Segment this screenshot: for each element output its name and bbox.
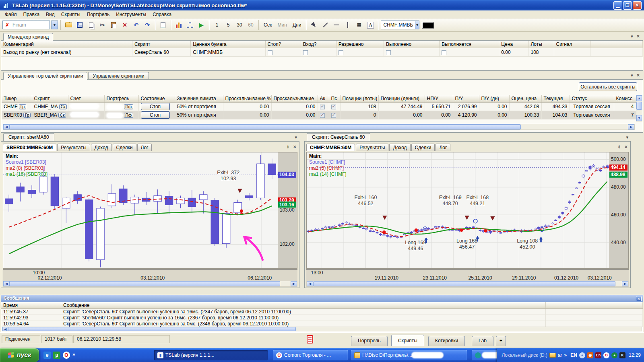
broker-combo-arrow[interactable]: ▼ [51,21,58,29]
col-header[interactable]: Время [1,302,61,309]
hscroll-thumb[interactable] [313,281,615,286]
tab-command-manager[interactable]: Менеджер команд [3,33,53,41]
chart-button[interactable] [173,20,184,30]
band-overflow-chevron[interactable]: » [564,352,567,358]
minimize-button[interactable]: ▁ [613,1,622,10]
instrument-combo[interactable]: CHMF:ММВБ▼ [381,21,419,29]
tab-Сделки[interactable]: Сделки [411,144,435,151]
col-header[interactable]: Статус [570,95,614,103]
message-row[interactable]: 10:59:54.64Скрипт: 'СеверСталь 60' Скрип… [1,321,643,327]
dock-icon[interactable]: ▾ [295,135,297,140]
hide-icons-chevron[interactable]: « [579,352,585,358]
tab-Доход[interactable]: Доход [91,144,112,151]
checkbox[interactable] [268,50,272,55]
workspace-tab-+[interactable]: + [496,336,506,346]
folder-band-icon[interactable] [549,353,556,358]
sber-panel-tab[interactable]: Скрипт: sberMA60 [3,133,54,141]
ak-checkbox[interactable] [320,113,325,118]
run-button[interactable]: ▶ [196,20,206,30]
workspace-tab-Котировки[interactable]: Котировки [428,336,465,346]
checkbox[interactable] [442,50,446,55]
period-Мин-button[interactable]: Мин [275,20,289,30]
menu-Вид[interactable]: Вид [43,11,58,18]
scroll-right-arrow[interactable]: ▶ [291,281,297,286]
period-Дни-button[interactable]: Дни [290,20,303,30]
col-header[interactable]: Пс [329,95,340,103]
copy-button[interactable] [86,20,96,30]
color-swatch-button[interactable] [422,22,434,29]
pin-icon[interactable]: ⇟ [286,144,290,150]
trendline-tool[interactable] [320,20,330,30]
dock-icon[interactable]: ▾ [626,135,628,140]
close-icon[interactable]: ✕ [636,73,640,78]
col-header[interactable]: Скрипт [132,41,191,48]
stop-script-button[interactable]: Стоп [141,103,170,110]
col-header[interactable]: Позиции (лоты) [340,95,378,103]
script-row[interactable]: SBER03ГрSBER_MAСкПфСтоп50% от портфеля0.… [2,111,636,119]
workspace-tab-Портфель[interactable]: Портфель [351,336,388,346]
scroll-left-arrow[interactable]: ◀ [2,327,8,331]
tab-Лог[interactable]: Лог [436,144,450,151]
timeframe-5-button[interactable]: 5 [223,20,233,30]
col-header[interactable]: Комментарий [1,41,132,48]
text-tool[interactable]: A [365,20,376,30]
timeframe-30-button[interactable]: 30 [234,20,245,30]
message-row[interactable]: 11:59:45.37Скрипт: 'СеверСталь 60' Скрип… [1,309,643,315]
tab-Лог[interactable]: Лог [137,144,152,151]
col-header[interactable]: П/У (дн) [479,95,509,103]
paste-button[interactable] [108,20,119,30]
tab-SBER03:ММВБ:60М[interactable]: SBER03:ММВБ:60М [3,144,56,151]
col-header[interactable]: Сигнал [554,41,590,48]
dock-icon[interactable]: ▾ [631,73,633,78]
messenger-tray-icon[interactable]: K [619,352,625,358]
task-button-2[interactable]: H:\Disc D\Портфель\... [351,350,467,360]
ps-checkbox[interactable] [331,113,336,118]
col-header[interactable]: Значение лимита [175,95,223,103]
undo-button[interactable]: ↶ [131,20,141,30]
col-header[interactable]: Счет [68,95,104,103]
hscroll-thumb[interactable] [8,327,296,331]
tab-Результаты[interactable]: Результаты [57,144,90,151]
period-Сек-button[interactable]: Сек [261,20,275,30]
timeframe-1-button[interactable]: 1 [212,20,222,30]
col-header[interactable]: Лоты [528,41,554,48]
save-button[interactable] [74,20,85,30]
close-icon[interactable]: ✕ [636,34,640,39]
col-header[interactable]: Ак [318,95,329,103]
start-button[interactable]: пуск [0,348,39,362]
col-header[interactable]: Портфель [104,95,138,103]
col-header[interactable]: Текущая [541,95,570,103]
vline-tool[interactable] [343,20,353,30]
workspace-tab-Lab[interactable]: Lab [472,336,493,346]
col-header[interactable]: Комисс [614,95,636,103]
structure-button[interactable] [185,20,195,30]
scroll-left-arrow[interactable]: ◀ [3,281,10,286]
portfolio-mini-button[interactable]: Пф [124,113,133,118]
green-app-quick-icon[interactable]: µ [53,352,60,359]
hscroll-thumb[interactable] [10,124,521,130]
delete-button[interactable]: ✕ [120,20,130,30]
redo-button[interactable]: ↷ [142,20,153,30]
message-row[interactable]: 11:59:42.93Скрипт: 'sberMA60' Скрипт вып… [1,315,643,321]
command-row[interactable]: Выход по рынку (нет сигнала!)СеверСталь … [1,48,643,57]
hscroll-thumb[interactable] [10,281,280,286]
stop-all-scripts-button[interactable]: Остановить все скрипты [579,82,637,91]
col-header[interactable]: Тикер [2,95,32,103]
task-button-1[interactable]: OComon: Торговля - ... [273,350,348,360]
col-header[interactable]: Выполняется [440,41,499,48]
tab-trading-control[interactable]: Управление торговлей скриптами [3,72,87,80]
scroll-down-arrow[interactable]: ▼ [636,115,642,121]
firewall-tray-icon[interactable]: ◉ [587,352,593,358]
open-file-button[interactable] [63,20,74,30]
maximize-button[interactable]: ❐ [623,1,632,10]
tab-CHMF:ММВБ:60М[interactable]: CHMF:ММВБ:60М [306,144,355,151]
col-header[interactable]: Ценная бумага [191,41,265,48]
timeframe-60-button[interactable]: 60 [246,20,256,30]
col-header[interactable]: Скрипт [32,95,68,103]
tab-script-control[interactable]: Управление скриптами [88,72,149,80]
chart-mini-button[interactable]: Гр [19,104,26,109]
menu-Файл[interactable]: Файл [2,11,20,18]
checkbox[interactable] [386,50,391,55]
ie-quick-icon[interactable]: e [43,352,51,359]
checkbox[interactable] [339,50,343,55]
